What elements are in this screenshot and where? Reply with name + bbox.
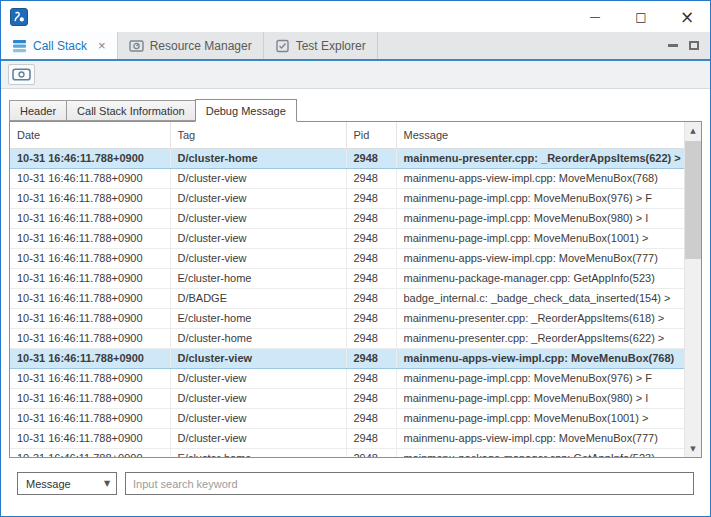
cell-date: 10-31 16:46:11.788+0900 <box>10 188 170 208</box>
cell-pid: 2948 <box>346 388 396 408</box>
cell-pid: 2948 <box>346 428 396 448</box>
scrollbar-track[interactable] <box>685 139 701 440</box>
cell-message: mainmenu-presenter.cpp: _ReorderAppsItem… <box>396 328 684 348</box>
column-header-tag[interactable]: Tag <box>170 122 346 148</box>
cell-tag: D/cluster-home <box>170 328 346 348</box>
tab-close-icon[interactable]: × <box>98 39 106 52</box>
cell-tag: D/BADGE <box>170 288 346 308</box>
cell-tag: E/cluster-home <box>170 448 346 457</box>
table-row[interactable]: 10-31 16:46:11.788+0900D/cluster-home294… <box>10 148 684 168</box>
cell-message: mainmenu-package-manager.cpp: GetAppInfo… <box>396 268 684 288</box>
titlebar-drag-area[interactable] <box>28 1 572 32</box>
table-row[interactable]: 10-31 16:46:11.788+0900D/cluster-view294… <box>10 348 684 368</box>
cell-pid: 2948 <box>346 308 396 328</box>
table-row[interactable]: 10-31 16:46:11.788+0900D/cluster-view294… <box>10 428 684 448</box>
table-row[interactable]: 10-31 16:46:11.788+0900D/cluster-view294… <box>10 208 684 228</box>
table-row[interactable]: 10-31 16:46:11.788+0900D/cluster-home294… <box>10 328 684 348</box>
cell-date: 10-31 16:46:11.788+0900 <box>10 148 170 168</box>
cell-date: 10-31 16:46:11.788+0900 <box>10 288 170 308</box>
subtab-header[interactable]: Header <box>9 100 67 121</box>
window-maximize-button[interactable]: □ <box>618 1 664 32</box>
cell-message: mainmenu-apps-view-impl.cpp: MoveMenuBox… <box>396 168 684 188</box>
cell-pid: 2948 <box>346 368 396 388</box>
search-input[interactable] <box>125 472 694 495</box>
cell-message: mainmenu-page-impl.cpp: MoveMenuBox(1001… <box>396 228 684 248</box>
cell-pid: 2948 <box>346 328 396 348</box>
cell-date: 10-31 16:46:11.788+0900 <box>10 328 170 348</box>
cell-pid: 2948 <box>346 448 396 457</box>
cell-message: mainmenu-package-manager.cpp: GetAppInfo… <box>396 448 684 457</box>
camera-icon <box>12 67 31 82</box>
vertical-scrollbar[interactable]: ▲ ▼ <box>684 122 701 457</box>
tab-resource-manager[interactable]: Resource Manager <box>118 32 264 59</box>
scroll-down-icon[interactable]: ▼ <box>685 440 701 457</box>
table-row[interactable]: 10-31 16:46:11.788+0900D/cluster-view294… <box>10 408 684 428</box>
table-row[interactable]: 10-31 16:46:11.788+0900E/cluster-home294… <box>10 448 684 457</box>
subtab-debug-message[interactable]: Debug Message <box>195 99 297 122</box>
cell-tag: D/cluster-view <box>170 388 346 408</box>
table-row[interactable]: 10-31 16:46:11.788+0900E/cluster-home294… <box>10 308 684 328</box>
cell-tag: D/cluster-view <box>170 368 346 388</box>
panel-controls <box>668 32 710 59</box>
cell-tag: D/cluster-view <box>170 348 346 368</box>
app-logo-icon <box>10 8 28 26</box>
cell-message: mainmenu-apps-view-impl.cpp: MoveMenuBox… <box>396 428 684 448</box>
subtab-call-stack-information[interactable]: Call Stack Information <box>67 100 196 121</box>
panel-minimize-icon[interactable] <box>668 44 678 47</box>
cell-tag: E/cluster-home <box>170 268 346 288</box>
cell-pid: 2948 <box>346 208 396 228</box>
table-row[interactable]: 10-31 16:46:11.788+0900E/cluster-home294… <box>10 268 684 288</box>
cell-pid: 2948 <box>346 268 396 288</box>
log-table-container: Date Tag Pid Message 10-31 16:46:11.788+… <box>10 122 684 457</box>
cell-pid: 2948 <box>346 228 396 248</box>
cell-pid: 2948 <box>346 348 396 368</box>
window-minimize-button[interactable]: — <box>572 1 618 32</box>
table-row[interactable]: 10-31 16:46:11.788+0900D/BADGE2948badge_… <box>10 288 684 308</box>
cell-pid: 2948 <box>346 188 396 208</box>
chevron-down-icon: ▼ <box>98 479 116 488</box>
cell-message: mainmenu-page-impl.cpp: MoveMenuBox(980)… <box>396 388 684 408</box>
scrollbar-thumb[interactable] <box>685 141 701 259</box>
cell-date: 10-31 16:46:11.788+0900 <box>10 388 170 408</box>
cell-message: mainmenu-presenter.cpp: _ReorderAppsItem… <box>396 308 684 328</box>
dropdown-selected-value: Message <box>18 478 98 490</box>
column-header-date[interactable]: Date <box>10 122 170 148</box>
cell-message: badge_internal.c: _badge_check_data_inse… <box>396 288 684 308</box>
cell-date: 10-31 16:46:11.788+0900 <box>10 168 170 188</box>
cell-message: mainmenu-page-impl.cpp: MoveMenuBox(976)… <box>396 188 684 208</box>
filter-column-dropdown[interactable]: Message ▼ <box>17 472 117 495</box>
cell-tag: D/cluster-view <box>170 208 346 228</box>
cell-message: mainmenu-apps-view-impl.cpp: MoveMenuBox… <box>396 348 684 368</box>
tab-label: Resource Manager <box>150 39 252 53</box>
table-row[interactable]: 10-31 16:46:11.788+0900D/cluster-view294… <box>10 168 684 188</box>
capture-button[interactable] <box>8 64 35 85</box>
window-close-button[interactable]: × <box>664 1 710 32</box>
debug-message-panel: Date Tag Pid Message 10-31 16:46:11.788+… <box>9 121 702 458</box>
cell-message: mainmenu-page-impl.cpp: MoveMenuBox(980)… <box>396 208 684 228</box>
table-header-row: Date Tag Pid Message <box>10 122 684 148</box>
table-row[interactable]: 10-31 16:46:11.788+0900D/cluster-view294… <box>10 368 684 388</box>
column-header-pid[interactable]: Pid <box>346 122 396 148</box>
test-explorer-icon <box>275 39 290 53</box>
cell-tag: D/cluster-view <box>170 188 346 208</box>
cell-message: mainmenu-presenter.cpp: _ReorderAppsItem… <box>396 148 684 168</box>
app-window: — □ × Call Stack × <box>0 0 711 517</box>
table-row[interactable]: 10-31 16:46:11.788+0900D/cluster-view294… <box>10 248 684 268</box>
cell-pid: 2948 <box>346 408 396 428</box>
cell-tag: D/cluster-view <box>170 408 346 428</box>
table-row[interactable]: 10-31 16:46:11.788+0900D/cluster-view294… <box>10 188 684 208</box>
call-stack-icon <box>12 39 27 53</box>
cell-tag: E/cluster-home <box>170 308 346 328</box>
cell-tag: D/cluster-view <box>170 248 346 268</box>
tab-call-stack[interactable]: Call Stack × <box>1 32 118 59</box>
tab-test-explorer[interactable]: Test Explorer <box>264 32 378 59</box>
cell-message: mainmenu-page-impl.cpp: MoveMenuBox(1001… <box>396 408 684 428</box>
resource-manager-icon <box>129 39 144 53</box>
scroll-up-icon[interactable]: ▲ <box>685 122 701 139</box>
panel-maximize-icon[interactable] <box>689 41 699 50</box>
column-header-message[interactable]: Message <box>396 122 684 148</box>
subtab-label: Debug Message <box>206 105 286 117</box>
cell-message: mainmenu-apps-view-impl.cpp: MoveMenuBox… <box>396 248 684 268</box>
table-row[interactable]: 10-31 16:46:11.788+0900D/cluster-view294… <box>10 228 684 248</box>
table-row[interactable]: 10-31 16:46:11.788+0900D/cluster-view294… <box>10 388 684 408</box>
